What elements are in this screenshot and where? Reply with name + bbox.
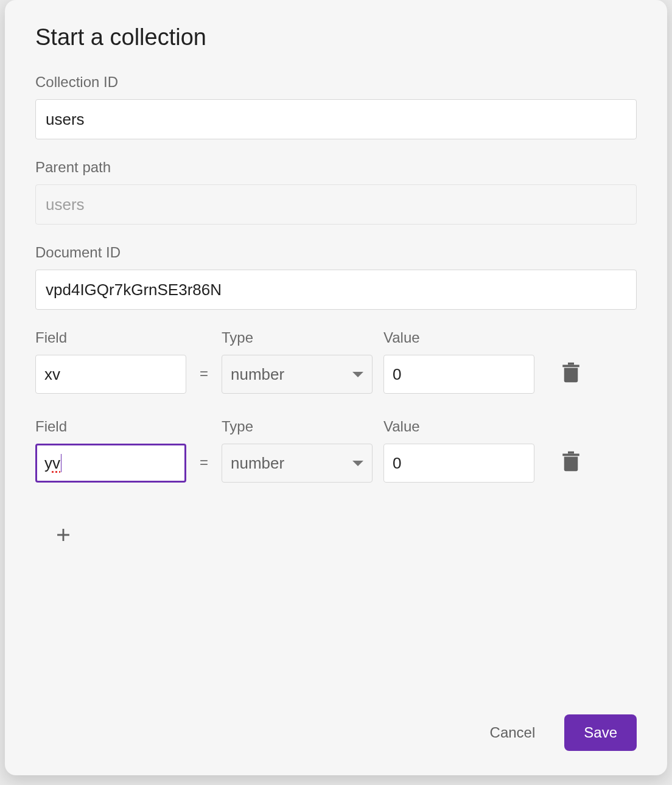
- field-type-value: number: [231, 454, 284, 473]
- field-row: Field yv = Type number Value: [35, 418, 637, 483]
- equals-sign: =: [197, 365, 211, 382]
- field-value-input[interactable]: [383, 355, 534, 394]
- field-type-value: number: [231, 365, 284, 384]
- field-type-column: Type number: [222, 418, 373, 483]
- text-caret: [61, 454, 61, 472]
- dialog-title: Start a collection: [35, 24, 637, 51]
- field-name-input[interactable]: [35, 355, 186, 394]
- collection-id-group: Collection ID: [35, 74, 637, 139]
- field-value-input[interactable]: [383, 444, 534, 483]
- equals-sign: =: [197, 454, 211, 471]
- field-type-select[interactable]: number: [222, 355, 373, 394]
- field-row: Field = Type number Value: [35, 329, 637, 394]
- field-name-label: Field: [35, 418, 186, 435]
- field-name-label: Field: [35, 329, 186, 346]
- field-type-select[interactable]: number: [222, 444, 373, 483]
- dialog-footer: Cancel Save: [35, 702, 637, 751]
- field-name-column: Field: [35, 329, 186, 394]
- add-field-button[interactable]: [46, 519, 80, 553]
- field-name-input[interactable]: yv: [35, 444, 186, 483]
- document-id-group: Document ID: [35, 244, 637, 310]
- delete-field-button[interactable]: [556, 359, 586, 388]
- field-name-column: Field yv: [35, 418, 186, 483]
- trash-icon: [562, 361, 580, 386]
- cancel-button[interactable]: Cancel: [479, 717, 547, 748]
- save-button[interactable]: Save: [564, 714, 637, 751]
- collection-id-label: Collection ID: [35, 74, 637, 91]
- plus-icon: [53, 525, 74, 548]
- collection-id-input[interactable]: [35, 99, 637, 139]
- field-type-column: Type number: [222, 329, 373, 394]
- document-id-input[interactable]: [35, 270, 637, 310]
- field-value-column: Value: [383, 329, 534, 394]
- dropdown-caret-icon: [352, 461, 363, 466]
- start-collection-dialog: Start a collection Collection ID Parent …: [5, 0, 667, 775]
- field-type-label: Type: [222, 418, 373, 435]
- parent-path-group: Parent path: [35, 159, 637, 225]
- parent-path-label: Parent path: [35, 159, 637, 176]
- field-type-label: Type: [222, 329, 373, 346]
- parent-path-input: [35, 184, 637, 225]
- field-value-label: Value: [383, 418, 534, 435]
- trash-icon: [562, 450, 580, 475]
- document-id-label: Document ID: [35, 244, 637, 261]
- field-value-column: Value: [383, 418, 534, 483]
- dropdown-caret-icon: [352, 372, 363, 377]
- field-value-label: Value: [383, 329, 534, 346]
- delete-field-button[interactable]: [556, 448, 586, 477]
